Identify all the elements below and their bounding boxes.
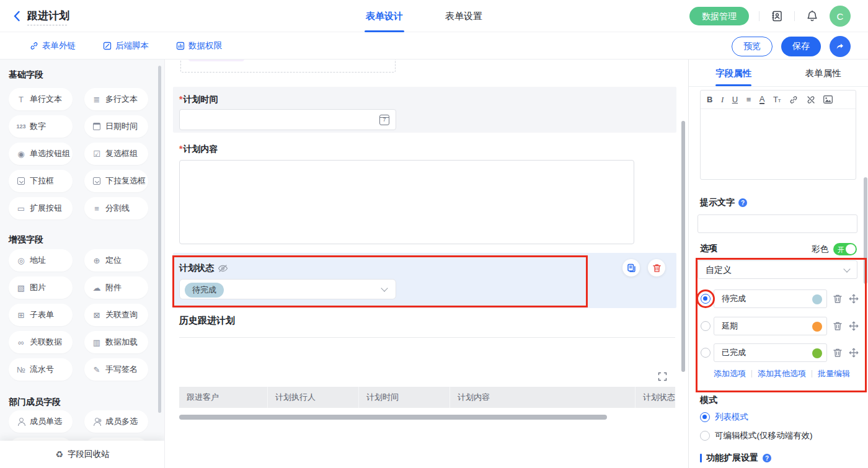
plan-content-textarea[interactable] [179,160,634,244]
field-serial-number[interactable]: №流水号 [9,358,73,381]
field-location[interactable]: ⊕定位 [84,249,148,272]
plan-time-field[interactable]: *计划时间 7 [173,87,676,133]
delete-option-icon[interactable] [833,294,843,304]
delete-field-button[interactable] [648,259,665,276]
mode-list-radio-row[interactable]: 列表模式 [700,412,748,423]
field-image[interactable]: ▧图片 [9,276,73,299]
field-checkbox-group[interactable]: ☑复选框组 [84,143,148,165]
option-color-dot[interactable] [812,322,822,332]
option-type-select[interactable]: 自定义 [698,260,857,279]
field-member-single[interactable]: 成员单选 [9,410,73,433]
move-option-icon[interactable] [849,348,859,358]
share-button[interactable] [830,36,851,57]
font-size-icon[interactable]: TT [773,95,781,104]
option-input-2[interactable]: 延期 [714,317,827,335]
data-permission-link[interactable]: 数据权限 [176,40,222,51]
mode-list-label: 列表模式 [715,412,748,423]
divider [759,11,760,21]
field-related-data[interactable]: ∞关联数据 [9,331,73,353]
option-default-radio-1[interactable] [701,294,711,304]
canvas-vertical-scrollbar[interactable] [681,121,685,372]
current-user-field[interactable]: P 当前用户 [180,60,396,73]
mode-editable-radio[interactable] [700,431,710,441]
italic-icon[interactable]: I [721,95,724,104]
delete-option-icon[interactable] [833,321,843,331]
divider [751,370,752,377]
field-related-query[interactable]: ⊠关联查询 [84,304,148,326]
field-dropdown[interactable]: 下拉框 [9,170,73,192]
field-multi-line-text[interactable]: ≣多行文本 [84,88,148,110]
add-other-option-link[interactable]: 添加其他选项 [758,368,806,379]
plan-time-label: 计划时间 [183,94,218,104]
link-chain-icon: ∞ [16,338,26,347]
move-option-icon[interactable] [849,321,859,331]
multi-line-text-icon: ≣ [92,95,102,104]
move-option-icon[interactable] [849,294,859,304]
backend-script-link[interactable]: 后端脚本 [103,40,149,51]
panel-vertical-scrollbar[interactable] [864,177,867,284]
section-basic-fields: 基础字段 [9,69,43,81]
font-color-icon[interactable]: A [760,95,765,104]
insert-image-icon[interactable] [823,95,833,104]
field-attachment[interactable]: ☁附件 [84,276,148,299]
table-horizontal-scrollbar[interactable] [179,415,607,420]
field-label: 成员单选 [30,416,62,427]
bold-icon[interactable]: B [707,95,712,104]
field-single-line-text[interactable]: T单行文本 [9,88,73,110]
required-mark: * [179,94,182,104]
tab-form-properties[interactable]: 表单属性 [779,60,868,86]
field-number[interactable]: 123数字 [9,115,73,138]
option-default-radio-2[interactable] [701,321,711,331]
field-label: 手写签名 [105,364,138,375]
option-default-radio-3[interactable] [701,348,711,358]
preview-button[interactable]: 预览 [732,37,773,56]
expand-table-icon[interactable] [658,372,667,381]
tab-form-settings[interactable]: 表单设置 [445,0,482,32]
back-button[interactable] [10,9,25,24]
field-label: 数据加载 [105,337,138,348]
field-title-rich-editor[interactable]: B I U ≡ A TT [700,90,856,180]
field-radio-group[interactable]: ◉单选按钮组 [9,143,73,165]
map-pin-icon: ◎ [16,256,26,265]
field-member-multi[interactable]: 成员多选 [84,410,148,433]
address-book-icon[interactable] [769,9,784,24]
field-recycle-bin[interactable]: ♻ 字段回收站 [0,441,165,468]
field-divider-line[interactable]: ≡分割线 [84,197,148,219]
tab-form-design[interactable]: 表单设计 [366,0,403,32]
help-icon[interactable]: ? [738,198,747,207]
form-external-link[interactable]: 表单外链 [30,40,76,51]
plan-status-field-selected[interactable]: 计划状态 待完成 [173,253,676,308]
field-multi-dropdown[interactable]: 下拉复选框 [84,170,148,192]
field-subform[interactable]: ⊞子表单 [9,304,73,326]
help-icon[interactable]: ? [763,454,771,462]
user-avatar[interactable]: C [830,6,851,27]
remove-link-icon[interactable] [807,95,815,104]
color-toggle[interactable]: 开 [833,243,857,255]
plan-time-input[interactable]: 7 [179,109,396,130]
field-extended-button[interactable]: ▭扩展按钮 [9,197,73,219]
mode-list-radio[interactable] [700,412,710,422]
save-button[interactable]: 保存 [781,37,821,56]
field-datetime[interactable]: 日期时间 [84,115,148,138]
batch-edit-link[interactable]: 批量编辑 [818,368,850,379]
field-address[interactable]: ◎地址 [9,249,73,272]
option-input-3[interactable]: 已完成 [714,343,827,362]
data-manage-button[interactable]: 数据管理 [689,7,749,25]
notification-bell-icon[interactable] [805,9,820,24]
add-option-link[interactable]: 添加选项 [714,368,746,379]
copy-field-button[interactable] [622,259,640,276]
hint-text-input[interactable] [698,214,857,233]
option-color-dot[interactable] [812,348,822,358]
tab-field-properties[interactable]: 字段属性 [689,60,779,86]
option-input-1[interactable]: 待完成 [714,289,827,308]
plan-status-dropdown[interactable]: 待完成 [179,279,396,299]
option-color-dot[interactable] [812,294,822,304]
field-data-load[interactable]: ▥数据加载 [84,331,148,353]
sidebar-scrollbar[interactable] [158,66,161,413]
align-icon[interactable]: ≡ [746,95,751,104]
mode-editable-radio-row[interactable]: 可编辑模式(仅移动端有效) [700,430,813,441]
insert-link-icon[interactable] [789,95,798,104]
underline-icon[interactable]: U [732,95,738,104]
delete-option-icon[interactable] [833,348,843,358]
field-signature[interactable]: ✎手写签名 [84,358,148,381]
